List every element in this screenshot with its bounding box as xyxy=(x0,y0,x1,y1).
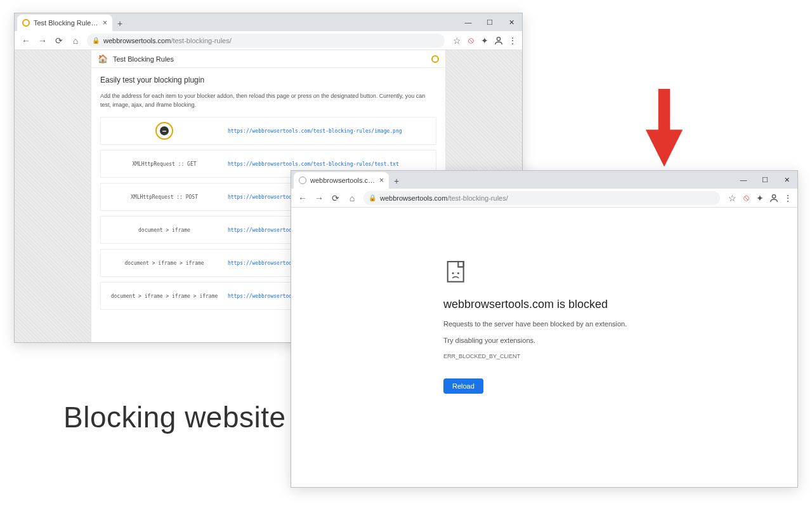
status-ring-icon xyxy=(431,55,439,63)
extensions-icon[interactable]: ✦ xyxy=(754,192,766,204)
page-viewport: webbrowsertools.com is blocked Requests … xyxy=(291,208,797,487)
home-button[interactable]: ⌂ xyxy=(344,190,360,206)
address-bar[interactable]: 🔒 webbrowsertools.com/test-blocking-rule… xyxy=(87,34,445,48)
svg-point-4 xyxy=(457,272,459,274)
browser-window-after: — ☐ ✕ webbrowsertools.com × + ← → ⟳ ⌂ 🔒 … xyxy=(291,170,798,488)
browser-tab[interactable]: webbrowsertools.com × xyxy=(294,172,389,189)
tab-close-button[interactable]: × xyxy=(379,176,384,185)
close-window-button[interactable]: ✕ xyxy=(776,171,797,189)
close-window-button[interactable]: ✕ xyxy=(501,13,522,31)
forward-button[interactable]: → xyxy=(35,33,50,48)
profile-icon[interactable] xyxy=(493,35,504,46)
url-path: /test-blocking-rules/ xyxy=(447,194,508,202)
blocked-page-icon xyxy=(443,258,469,284)
test-label: document > iframe > iframe > iframe xyxy=(101,293,228,299)
page-header: 🏠 Test Blocking Rules xyxy=(91,50,445,68)
new-tab-button[interactable]: + xyxy=(389,173,404,189)
tabstrip: Test Blocking Rules :: WebBrows × + xyxy=(15,13,522,31)
minimize-button[interactable]: — xyxy=(733,171,754,189)
back-button[interactable]: ← xyxy=(295,190,310,206)
window-controls: — ☐ ✕ xyxy=(733,171,797,189)
test-label: document > iframe xyxy=(101,227,228,233)
tab-close-button[interactable]: × xyxy=(103,18,107,27)
maximize-button[interactable]: ☐ xyxy=(754,171,776,189)
minimize-button[interactable]: — xyxy=(457,13,479,31)
page-subheading: Easily test your blocking plugin xyxy=(91,68,445,88)
test-label: document > iframe > iframe xyxy=(101,260,228,266)
test-url[interactable]: https://webbrowsertools.com/test-blockin… xyxy=(228,161,436,167)
blocked-hint: Try disabling your extensions. xyxy=(443,337,797,344)
transition-arrow-icon xyxy=(642,89,686,170)
back-button[interactable]: ← xyxy=(18,33,34,48)
browser-tab[interactable]: Test Blocking Rules :: WebBrows × xyxy=(17,15,112,31)
reload-button[interactable]: ⟳ xyxy=(328,190,343,206)
extension-blocker-icon[interactable]: ⦸ xyxy=(740,192,752,204)
blocked-message: Requests to the server have been blocked… xyxy=(443,320,797,328)
tab-title: webbrowsertools.com xyxy=(310,177,376,184)
svg-rect-2 xyxy=(448,262,464,282)
bookmark-star-icon[interactable]: ☆ xyxy=(726,192,738,204)
toolbar: ← → ⟳ ⌂ 🔒 webbrowsertools.com/test-block… xyxy=(291,189,797,208)
new-tab-button[interactable]: + xyxy=(112,16,128,31)
home-icon[interactable]: 🏠 xyxy=(98,54,108,64)
toolbar: ← → ⟳ ⌂ 🔒 webbrowsertools.com/test-block… xyxy=(15,31,522,50)
tabstrip: webbrowsertools.com × + xyxy=(291,171,797,189)
lock-icon: 🔒 xyxy=(92,37,100,44)
reload-page-button[interactable]: Reload xyxy=(443,378,483,394)
test-label: XMLHttpRequest :: POST xyxy=(101,194,228,200)
bookmark-star-icon[interactable]: ☆ xyxy=(451,35,462,46)
tab-title: Test Blocking Rules :: WebBrows xyxy=(34,19,99,27)
url-path: /test-blocking-rules/ xyxy=(171,37,231,44)
menu-button[interactable]: ⋮ xyxy=(507,35,518,46)
favicon-icon xyxy=(22,19,30,27)
svg-point-3 xyxy=(452,272,454,274)
toolbar-right-icons: ☆ ⦸ ✦ ⋮ xyxy=(726,192,794,204)
test-label: XMLHttpRequest :: GET xyxy=(101,161,228,167)
toolbar-right-icons: ☆ ⦸ ✦ ⋮ xyxy=(451,35,518,46)
block-icon: — xyxy=(155,122,173,140)
reload-button[interactable]: ⟳ xyxy=(51,33,67,48)
home-button[interactable]: ⌂ xyxy=(68,33,83,48)
blocked-title: webbrowsertools.com is blocked xyxy=(443,298,797,311)
forward-button[interactable]: → xyxy=(311,190,327,206)
favicon-icon xyxy=(299,177,306,184)
menu-button[interactable]: ⋮ xyxy=(782,192,794,204)
page-description: Add the address for each item to your bl… xyxy=(91,88,445,117)
svg-point-0 xyxy=(497,37,500,40)
page-title: Test Blocking Rules xyxy=(113,55,174,63)
test-row: — https://webbrowsertools.com/test-block… xyxy=(100,117,436,145)
url-host: webbrowsertools.com xyxy=(103,37,171,44)
extension-blocker-icon[interactable]: ⦸ xyxy=(465,35,476,46)
test-url[interactable]: https://webbrowsertools.com/test-blockin… xyxy=(228,128,436,134)
url-host: webbrowsertools.com xyxy=(380,194,447,202)
extensions-icon[interactable]: ✦ xyxy=(479,35,490,46)
address-bar[interactable]: 🔒 webbrowsertools.com/test-blocking-rule… xyxy=(363,191,720,205)
slide-caption: Blocking website xyxy=(63,400,286,434)
profile-icon[interactable] xyxy=(768,192,780,204)
maximize-button[interactable]: ☐ xyxy=(479,13,501,31)
lock-icon: 🔒 xyxy=(369,194,376,201)
window-controls: — ☐ ✕ xyxy=(457,13,522,31)
error-code: ERR_BLOCKED_BY_CLIENT xyxy=(443,353,797,359)
svg-point-1 xyxy=(772,194,775,197)
